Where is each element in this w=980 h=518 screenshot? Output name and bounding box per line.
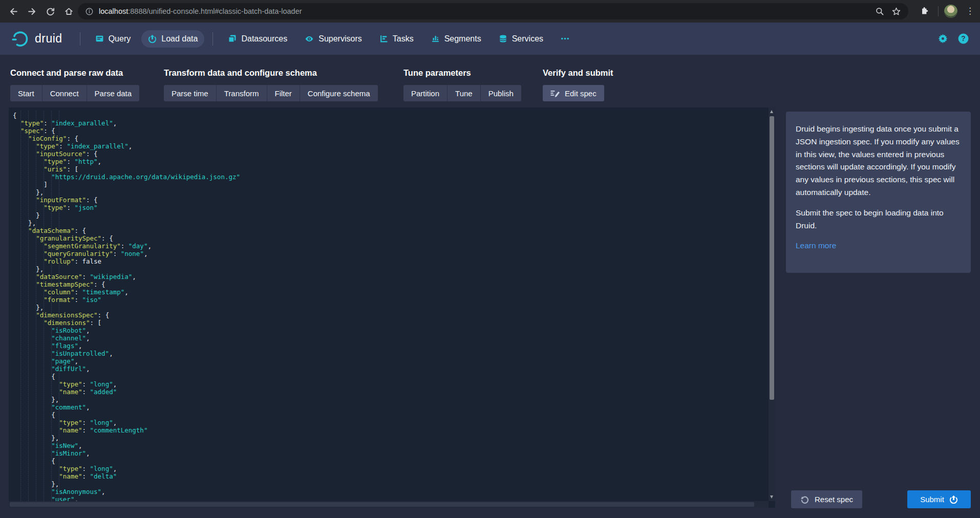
vertical-scroll-thumb[interactable] xyxy=(770,116,774,400)
nav-item-label: Segments xyxy=(444,34,481,44)
step-button-parse-time[interactable]: Parse time xyxy=(164,85,217,101)
json-code[interactable]: { "type": "index_parallel", "spec": { "i… xyxy=(9,107,769,501)
extensions-icon[interactable] xyxy=(918,5,930,17)
code-line: "page", xyxy=(13,357,769,365)
step-section-connect: Connect and parse raw dataStartConnectPa… xyxy=(10,68,139,101)
step-button-tune[interactable]: Tune xyxy=(448,85,481,101)
submit-label: Submit xyxy=(920,495,944,504)
code-line: "dimensionsSpec": { xyxy=(13,311,769,319)
nav-item-load-data[interactable]: Load data xyxy=(141,30,204,48)
step-button-edit-spec[interactable]: Edit spec xyxy=(543,85,604,101)
forward-icon[interactable] xyxy=(26,5,38,17)
info-callout: Druid begins ingesting data once you sub… xyxy=(786,112,971,273)
code-line: "comment", xyxy=(13,403,769,411)
nav-item-segments[interactable]: Segments xyxy=(424,30,488,48)
scroll-up-arrow[interactable] xyxy=(770,110,773,113)
code-line: { xyxy=(13,373,769,380)
code-line: "uris": [ xyxy=(13,165,769,173)
callout-paragraph: Druid begins ingesting data once you sub… xyxy=(796,123,961,199)
step-button-label: Parse time xyxy=(172,89,208,98)
code-line: }, xyxy=(13,480,769,488)
code-line: "dimensions": [ xyxy=(13,319,769,327)
app-navbar: druid QueryLoad dataDatasourcesSuperviso… xyxy=(0,23,980,55)
code-line: "user", xyxy=(13,495,769,501)
step-group-title: Transform data and configure schema xyxy=(164,68,378,78)
nav-item-label: Supervisors xyxy=(318,34,361,44)
avatar[interactable] xyxy=(944,5,957,18)
nav-item-services[interactable]: Services xyxy=(492,30,550,48)
step-button-parse-data[interactable]: Parse data xyxy=(87,85,140,101)
code-line: "name": "added" xyxy=(13,388,769,396)
step-button-label: Partition xyxy=(411,89,439,98)
scroll-down-arrow[interactable] xyxy=(770,495,773,499)
reset-spec-label: Reset spec xyxy=(815,495,853,504)
code-line: }, xyxy=(13,188,769,196)
step-button-configure-schema[interactable]: Configure schema xyxy=(300,85,378,101)
code-line: }, xyxy=(13,396,769,403)
code-line: "granularitySpec": { xyxy=(13,234,769,242)
step-button-partition[interactable]: Partition xyxy=(403,85,448,101)
gear-icon[interactable] xyxy=(938,34,948,44)
step-group-title: Verify and submit xyxy=(543,68,613,78)
code-line: "queryGranularity": "none", xyxy=(13,250,769,257)
step-button-label: Connect xyxy=(50,89,79,98)
reload-icon[interactable] xyxy=(44,5,56,17)
database-icon xyxy=(499,34,507,43)
step-button-label: Edit spec xyxy=(565,89,596,98)
code-line: "isRobot", xyxy=(13,327,769,334)
code-line: { xyxy=(13,411,769,419)
code-line: "type": "index_parallel", xyxy=(13,119,769,127)
nav-item-datasources[interactable]: Datasources xyxy=(221,30,294,48)
code-line: "isAnonymous", xyxy=(13,488,769,495)
browser-toolbar: localhost:8888/unified-console.html#clas… xyxy=(0,0,980,23)
code-line: "isUnpatrolled", xyxy=(13,350,769,357)
code-line: "rollup": false xyxy=(13,257,769,265)
code-line: "type": "long", xyxy=(13,380,769,388)
step-button-label: Configure schema xyxy=(308,89,370,98)
step-button-filter[interactable]: Filter xyxy=(267,85,300,101)
star-icon[interactable] xyxy=(891,7,901,16)
info-icon[interactable] xyxy=(85,7,94,16)
step-button-transform[interactable]: Transform xyxy=(217,85,267,101)
druid-logo[interactable]: druid xyxy=(11,30,62,47)
step-button-label: Transform xyxy=(224,89,259,98)
step-button-publish[interactable]: Publish xyxy=(481,85,521,101)
submit-button[interactable]: Submit xyxy=(907,490,971,508)
code-line: "format": "iso" xyxy=(13,296,769,304)
back-icon[interactable] xyxy=(7,5,19,17)
code-line: "type": "http", xyxy=(13,158,769,165)
zoom-icon[interactable] xyxy=(875,7,884,16)
horizontal-scroll-thumb[interactable] xyxy=(10,502,754,507)
nav-item-supervisors[interactable]: Supervisors xyxy=(298,30,368,48)
more-icon xyxy=(561,34,569,43)
step-section-verify: Verify and submitEdit spec xyxy=(543,68,613,101)
nav-more-menu[interactable] xyxy=(554,30,576,47)
code-line: "timestampSpec": { xyxy=(13,280,769,288)
spec-json-editor[interactable]: { "type": "index_parallel", "spec": { "i… xyxy=(9,107,775,508)
code-line: "https://druid.apache.org/data/wikipedia… xyxy=(13,173,769,181)
editor-vertical-scrollbar[interactable] xyxy=(769,107,775,501)
code-line: "dataSchema": { xyxy=(13,227,769,234)
reset-spec-button[interactable]: Reset spec xyxy=(791,490,862,508)
learn-more-link[interactable]: Learn more xyxy=(796,241,836,250)
callout-paragraph: Submit the spec to begin loading data in… xyxy=(796,207,961,232)
divider xyxy=(80,32,80,46)
address-bar[interactable]: localhost:8888/unified-console.html#clas… xyxy=(78,3,908,19)
help-icon[interactable]: ? xyxy=(958,33,969,44)
step-section-tune: Tune parametersPartitionTunePublish xyxy=(403,68,521,101)
code-line: "channel", xyxy=(13,334,769,342)
eye-icon xyxy=(305,34,314,44)
code-line: "isMinor", xyxy=(13,449,769,457)
nav-item-label: Load data xyxy=(161,34,198,44)
editor-horizontal-scrollbar[interactable] xyxy=(9,501,769,508)
step-button-connect[interactable]: Connect xyxy=(42,85,87,101)
home-icon[interactable] xyxy=(62,5,75,17)
code-line: "type": "index_parallel", xyxy=(13,142,769,150)
svg-text:?: ? xyxy=(961,35,965,42)
tasks-icon xyxy=(379,34,388,43)
segments-icon xyxy=(431,34,440,43)
step-button-start[interactable]: Start xyxy=(10,85,42,101)
kebab-menu-icon[interactable]: ⋮ xyxy=(966,5,974,18)
nav-item-query[interactable]: Query xyxy=(89,30,138,48)
nav-item-tasks[interactable]: Tasks xyxy=(373,30,420,48)
